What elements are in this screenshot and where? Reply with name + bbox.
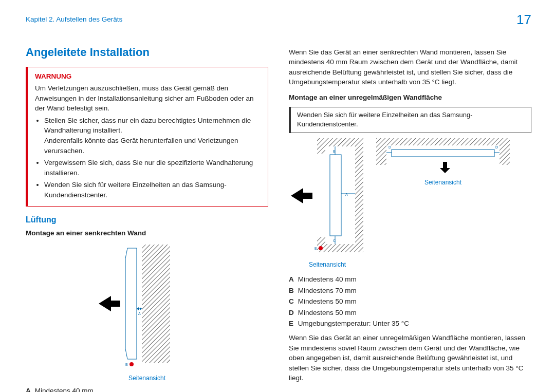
- warning-intro: Um Verletzungen auszuschließen, muss das…: [35, 83, 262, 114]
- warning-item: Wenden Sie sich für weitere Einzelheiten…: [44, 180, 262, 200]
- info-box: Wenden Sie sich für weitere Einzelheiten…: [289, 107, 531, 134]
- svg-rect-11: [317, 138, 325, 154]
- arrow-left-icon: [291, 188, 312, 203]
- figure-caption: Seitenansicht: [128, 374, 165, 383]
- figure-side-vertical: B A C E Seitenansicht: [289, 138, 366, 269]
- svg-rect-25: [392, 150, 494, 157]
- warning-item: Vergewissern Sie sich, dass Sie nur die …: [44, 158, 262, 178]
- chapter-label: Kapitel 2. Aufstellen des Geräts: [26, 14, 122, 25]
- svg-rect-24: [376, 138, 510, 145]
- warning-label: WARNUNG: [35, 71, 262, 82]
- svg-text:D: D: [495, 145, 498, 149]
- svg-rect-13: [330, 155, 341, 236]
- svg-rect-2: [142, 245, 170, 363]
- legend-right: A Mindestens 40 mm B Mindestens 70 mm C …: [289, 274, 531, 329]
- svg-point-20: [319, 246, 323, 250]
- fig-label-b: B: [125, 363, 128, 366]
- figure-irregular-row: B A C E Seitenansicht: [289, 138, 531, 269]
- intro-paragraph: Wenn Sie das Gerät an einer senkrechten …: [289, 47, 531, 87]
- page-number: 17: [516, 10, 531, 30]
- legend-left: A Mindestens 40 mm B Umgebungstemperatur…: [26, 386, 268, 392]
- left-column: Angeleitete Installation WARNUNG Um Verl…: [26, 44, 268, 392]
- svg-text:D: D: [388, 145, 391, 149]
- svg-text:A: A: [345, 193, 348, 196]
- mount-irregular-heading: Montage an einer unregelmäßigen Wandfläc…: [289, 92, 531, 103]
- warning-list: Stellen Sie sicher, dass nur ein dazu be…: [44, 116, 262, 200]
- fig-label-a: A: [138, 312, 141, 315]
- svg-rect-9: [355, 138, 363, 252]
- arrow-down-icon: [440, 162, 450, 173]
- columns: Angeleitete Installation WARNUNG Um Verl…: [26, 44, 531, 392]
- mount-perpendicular-heading: Montage an einer senkrechten Wand: [26, 228, 268, 238]
- section-title: Angeleitete Installation: [26, 44, 268, 61]
- svg-text:E: E: [314, 247, 317, 250]
- figure-caption: Seitenansicht: [289, 260, 366, 269]
- outro-paragraph: Wenn Sie das Gerät an einer unregelmäßig…: [289, 333, 531, 383]
- warning-box: WARNUNG Um Verletzungen auszuschließen, …: [26, 67, 268, 207]
- svg-marker-6: [140, 307, 142, 310]
- warning-item: Stellen Sie sicher, dass nur ein dazu be…: [44, 116, 262, 156]
- page-header: Kapitel 2. Aufstellen des Geräts 17: [26, 14, 531, 30]
- right-column: Wenn Sie das Gerät an einer senkrechten …: [289, 44, 531, 392]
- figure-caption: Seitenansicht: [376, 178, 510, 187]
- svg-point-7: [130, 362, 134, 366]
- arrow-left-icon: [99, 296, 120, 311]
- page: Kapitel 2. Aufstellen des Geräts 17 Ange…: [0, 0, 555, 392]
- figure-side-view-perpendicular: A B Seitenansicht: [26, 242, 268, 383]
- figure-side-horizontal: D D Seitenansicht: [376, 138, 510, 187]
- ventilation-heading: Lüftung: [26, 214, 268, 226]
- svg-marker-5: [137, 307, 139, 310]
- svg-marker-3: [125, 248, 137, 359]
- side-view-illustration: A B: [96, 242, 198, 373]
